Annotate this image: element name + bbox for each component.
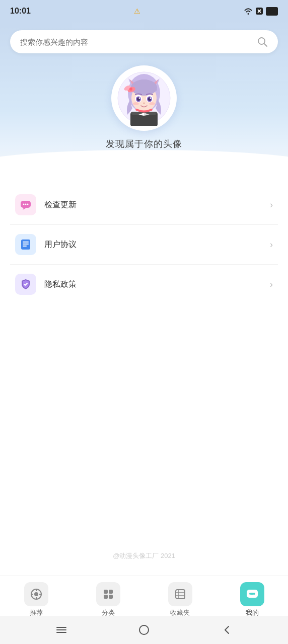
svg-point-35 (27, 204, 29, 205)
home-circle-icon (138, 624, 150, 635)
menu-item-privacy-policy[interactable]: 隐私政策 › (10, 265, 278, 304)
user-agreement-chevron: › (270, 239, 273, 250)
document-icon (20, 238, 32, 251)
avatar (111, 65, 177, 131)
x-icon (256, 8, 263, 15)
system-nav-bar (0, 616, 288, 644)
warning-icon: ⚠ (134, 7, 140, 15)
check-update-chevron: › (270, 200, 273, 210)
watermark: @动漫头像工厂 2021 (0, 541, 288, 566)
bottom-nav: 推荐 分类 收藏夹 (0, 576, 288, 616)
recommend-icon (30, 588, 43, 601)
svg-point-30 (133, 102, 139, 105)
svg-rect-49 (109, 595, 113, 599)
wifi-icon (244, 8, 253, 15)
svg-point-34 (25, 204, 27, 205)
menu-item-user-agreement[interactable]: 用户协议 › (10, 225, 278, 265)
svg-point-29 (143, 103, 145, 104)
nav-favorites-icon-wrap (168, 582, 192, 606)
avatar-image (116, 70, 172, 126)
user-agreement-label: 用户协议 (44, 239, 270, 250)
search-bar[interactable] (10, 30, 278, 53)
svg-point-31 (149, 102, 155, 105)
category-icon (102, 588, 115, 601)
privacy-policy-label: 隐私政策 (44, 279, 270, 290)
svg-rect-50 (176, 590, 185, 599)
svg-point-61 (139, 625, 149, 634)
menu-icon (56, 626, 67, 634)
search-button[interactable] (257, 36, 268, 47)
svg-rect-46 (104, 590, 108, 594)
svg-rect-48 (104, 595, 108, 599)
nav-category-icon-wrap (96, 582, 120, 606)
nav-item-category[interactable]: 分类 (72, 580, 144, 619)
shield-icon (20, 278, 32, 290)
mine-icon (246, 588, 259, 601)
check-update-label: 检查更新 (44, 200, 270, 210)
svg-rect-57 (251, 593, 254, 595)
sys-nav-back[interactable] (217, 620, 237, 640)
status-icons: 92 (244, 7, 278, 16)
favorites-icon (174, 588, 187, 601)
search-input[interactable] (20, 38, 257, 46)
status-time: 10:01 (10, 7, 31, 16)
svg-point-33 (23, 204, 25, 205)
privacy-policy-chevron: › (270, 279, 273, 290)
nav-item-recommend[interactable]: 推荐 (0, 580, 72, 619)
svg-point-28 (150, 98, 152, 99)
svg-point-41 (34, 592, 38, 596)
back-icon (222, 625, 232, 635)
nav-item-mine[interactable]: 我的 (216, 580, 288, 619)
svg-point-20 (129, 88, 132, 91)
svg-point-27 (139, 98, 140, 99)
user-agreement-icon-wrap (15, 234, 36, 255)
check-update-icon-wrap (15, 194, 36, 215)
battery-indicator: 92 (266, 7, 278, 16)
nav-recommend-icon-wrap (24, 582, 48, 606)
sys-nav-menu[interactable] (51, 620, 71, 640)
search-icon (257, 36, 268, 47)
menu-list: 检查更新 › 用户协议 › (0, 185, 288, 304)
status-bar: 10:01 ⚠ 92 (0, 0, 288, 22)
main-content: 检查更新 › 用户协议 › (0, 170, 288, 576)
nav-mine-icon-wrap (240, 582, 264, 606)
svg-line-4 (264, 43, 267, 46)
hero-section: 发现属于你的头像 (0, 22, 288, 170)
privacy-policy-icon-wrap (15, 274, 36, 295)
nav-item-favorites[interactable]: 收藏夹 (144, 580, 216, 619)
chat-icon (20, 199, 32, 211)
sys-nav-home[interactable] (134, 620, 154, 640)
menu-item-check-update[interactable]: 检查更新 › (10, 185, 278, 225)
hero-title: 发现属于你的头像 (106, 138, 182, 150)
svg-rect-47 (109, 590, 113, 594)
